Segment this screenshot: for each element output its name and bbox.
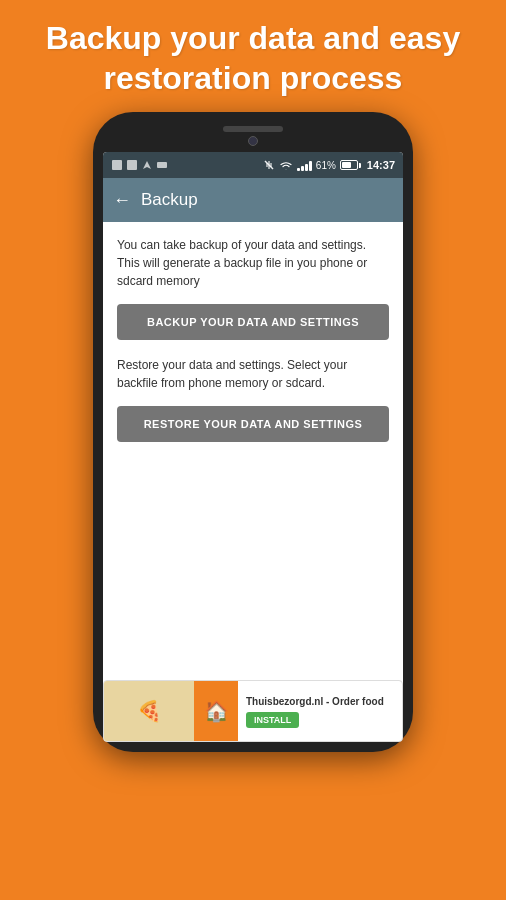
svg-rect-0: [112, 160, 122, 170]
ad-logo: 🏠: [194, 681, 238, 741]
status-right-icons: 61% 14:37: [263, 159, 395, 171]
mute-icon: [263, 159, 275, 171]
back-button[interactable]: ←: [113, 190, 131, 211]
notification-icon-4: [156, 159, 168, 171]
wifi-icon: [279, 159, 293, 171]
backup-description: You can take backup of your data and set…: [117, 236, 389, 290]
phone-frame: 61% 14:37 ← Backup: [83, 112, 423, 900]
battery-icon: [340, 160, 361, 170]
status-left-icons: [111, 159, 168, 171]
status-bar: 61% 14:37: [103, 152, 403, 178]
toolbar-title: Backup: [141, 190, 198, 210]
ad-content: Thuisbezorgd.nl - Order food INSTALL: [238, 681, 402, 741]
battery-percent: 61%: [316, 160, 336, 171]
header-banner: Backup your data and easy restoration pr…: [0, 0, 506, 112]
ad-banner[interactable]: 🍕 🏠 Thuisbezorgd.nl - Order food INSTALL: [103, 680, 403, 742]
signal-icon: [297, 159, 312, 171]
app-toolbar: ← Backup: [103, 178, 403, 222]
notification-icon-3: [141, 159, 153, 171]
ad-image: 🍕: [104, 681, 194, 741]
content-area: You can take backup of your data and set…: [103, 222, 403, 712]
phone-screen: 61% 14:37 ← Backup: [103, 152, 403, 712]
ad-title: Thuisbezorgd.nl - Order food: [246, 695, 394, 708]
svg-rect-1: [127, 160, 137, 170]
svg-rect-2: [157, 162, 167, 168]
restore-description: Restore your data and settings. Select y…: [117, 356, 389, 392]
status-time: 14:37: [367, 159, 395, 171]
notification-icon-2: [126, 159, 138, 171]
phone-camera: [248, 136, 258, 146]
ad-install-button[interactable]: INSTALL: [246, 712, 299, 728]
backup-button[interactable]: BACKUP YOUR DATA AND SETTINGS: [117, 304, 389, 340]
phone-body: 61% 14:37 ← Backup: [93, 112, 413, 752]
phone-speaker: [223, 126, 283, 132]
notification-icon-1: [111, 159, 123, 171]
header-title: Backup your data and easy restoration pr…: [0, 0, 506, 112]
restore-button[interactable]: RESTORE YOUR DATA AND SETTINGS: [117, 406, 389, 442]
